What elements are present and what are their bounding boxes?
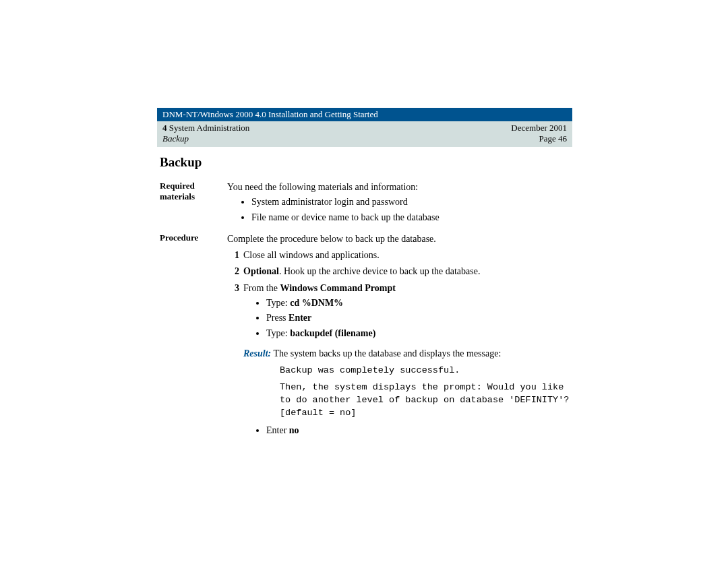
page-number: Page 46 xyxy=(511,133,567,144)
doc-date: December 2001 xyxy=(511,123,567,133)
section-number: 4 xyxy=(162,123,167,133)
bullet-pre: Type: xyxy=(266,298,290,308)
result-text: The system backs up the database and dis… xyxy=(271,348,501,358)
step3-pre: From the xyxy=(243,283,280,293)
required-item: System administrator login and password xyxy=(251,195,572,209)
procedure-steps: 1 Close all windows and applications. 2 … xyxy=(227,249,572,439)
step-number: 3 xyxy=(227,282,239,439)
final-bullet: Enter no xyxy=(266,424,572,437)
required-materials-row: Required materials You need the followin… xyxy=(157,181,572,226)
step3-bullet: Press Enter xyxy=(266,311,572,325)
document-page: DNM-NT/Windows 2000 4.0 Installation and… xyxy=(157,108,572,448)
bullet-pre: Press xyxy=(266,313,289,323)
console-output: Then, the system displays the prompt: Wo… xyxy=(280,381,572,420)
result-label: Result: xyxy=(243,348,271,358)
info-right: December 2001 Page 46 xyxy=(511,123,567,144)
subsection-name: Backup xyxy=(162,133,249,144)
bullet-bold: cd %DNM% xyxy=(290,298,343,308)
result-block: Result: The system backs up the database… xyxy=(243,347,572,361)
doc-info-bar: 4 System Administration Backup December … xyxy=(157,121,572,147)
section-name: System Administration xyxy=(169,123,250,133)
procedure-step: 3 From the Windows Command Prompt Type: … xyxy=(227,282,572,439)
bullet-bold: Enter xyxy=(289,313,311,323)
step-number: 2 xyxy=(227,265,239,278)
page-heading: Backup xyxy=(160,155,572,170)
step-body: Optional. Hook up the archive device to … xyxy=(243,265,572,278)
bullet-pre: Enter xyxy=(266,425,289,435)
procedure-intro: Complete the procedure below to back up … xyxy=(227,232,572,246)
procedure-step: 2 Optional. Hook up the archive device t… xyxy=(227,265,572,278)
step-optional-label: Optional xyxy=(243,266,279,276)
bullet-pre: Type: xyxy=(266,328,290,338)
step3-bullet: Type: cd %DNM% xyxy=(266,296,572,310)
step-body: Close all windows and applications. xyxy=(243,249,572,262)
procedure-row: Procedure Complete the procedure below t… xyxy=(157,232,572,441)
console-output: Backup was completely successful. xyxy=(280,365,572,377)
step-number: 1 xyxy=(227,249,239,262)
bullet-bold: no xyxy=(289,425,299,435)
step-body: From the Windows Command Prompt Type: cd… xyxy=(243,282,572,439)
required-item: File name or device name to back up the … xyxy=(251,211,572,224)
step3-bullet: Type: backupdef (filename) xyxy=(266,327,572,340)
step-optional-text: . Hook up the archive device to back up … xyxy=(279,266,481,276)
required-materials-content: You need the following materials and inf… xyxy=(227,181,572,226)
bullet-bold: backupdef (filename) xyxy=(290,328,375,338)
step3-bold: Windows Command Prompt xyxy=(280,283,395,293)
doc-title: DNM-NT/Windows 2000 4.0 Installation and… xyxy=(162,109,378,119)
required-intro: You need the following materials and inf… xyxy=(227,181,572,194)
procedure-label: Procedure xyxy=(157,232,227,441)
info-left: 4 System Administration Backup xyxy=(162,123,249,144)
procedure-step: 1 Close all windows and applications. xyxy=(227,249,572,262)
required-materials-label: Required materials xyxy=(157,181,227,226)
doc-title-bar: DNM-NT/Windows 2000 4.0 Installation and… xyxy=(157,108,572,121)
procedure-content: Complete the procedure below to back up … xyxy=(227,232,572,441)
